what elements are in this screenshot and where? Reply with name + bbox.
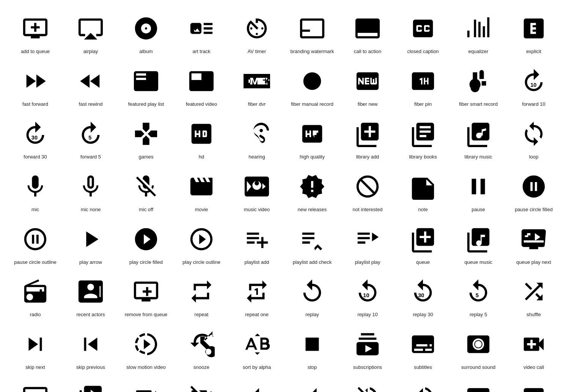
icon-cell-library-add: library add [340, 113, 395, 166]
icon-cell-art-track: art track [174, 8, 229, 60]
skip-previous-icon [74, 327, 108, 361]
fiber-dvr-icon [240, 64, 274, 98]
queue-play-next-icon [517, 222, 551, 256]
pause-circle-outline-icon [18, 222, 52, 256]
high-quality-label: high quality [300, 154, 325, 160]
icon-cell-mic-off: mic off [118, 166, 174, 218]
art-track-label: art track [193, 49, 211, 55]
volume-up-icon [406, 380, 440, 392]
icon-cell-remove-from-queue: remove from queue [118, 271, 174, 323]
featured-play-list-icon [129, 64, 163, 98]
playlist-add-label: playlist add [244, 259, 269, 266]
surround-sound-icon [461, 327, 495, 361]
replay-5-label: replay 5 [470, 312, 487, 318]
icon-cell-recent-actors: recent actors [63, 271, 118, 323]
slow-motion-video-icon [129, 327, 163, 361]
icon-cell-shuffle: shuffle [506, 271, 561, 323]
videocam-off-icon [184, 380, 218, 392]
recent-actors-icon [74, 274, 108, 309]
icon-cell-mic: mic [8, 166, 63, 218]
add-to-queue-label: add to queue [21, 49, 50, 55]
icon-cell-repeat-one: repeat one [229, 271, 284, 323]
stop-icon [295, 327, 329, 361]
fast-forward-label: fast forward [22, 101, 48, 108]
svg-point-0 [303, 72, 321, 90]
remove-from-queue-label: remove from queue [125, 312, 168, 318]
icon-cell-play-arrow: play arrow [63, 218, 118, 271]
icon-cell-forward-30: 30 forward 30 [8, 113, 63, 166]
icon-cell-fast-forward: fast forward [8, 60, 63, 113]
library-books-icon [406, 117, 440, 151]
play-circle-filled-label: play circle filled [129, 259, 163, 266]
svg-point-4 [259, 129, 263, 132]
not-interested-label: not interested [353, 207, 383, 213]
icon-cell-pause-circle-filled: pause circle filled [506, 166, 561, 218]
add-to-queue-icon [18, 11, 52, 45]
pause-icon [461, 169, 495, 204]
music-video-label: music video [244, 207, 270, 213]
new-releases-icon [295, 169, 329, 204]
svg-text:10: 10 [530, 82, 536, 88]
av-timer-label: AV timer [248, 49, 266, 55]
icon-cell-play-circle-outline: play circle outline [174, 218, 229, 271]
queue-music-icon [461, 222, 495, 256]
call-to-action-label: call to action [354, 49, 381, 55]
icon-cell-loop: loop [506, 113, 561, 166]
pause-circle-filled-icon [517, 169, 551, 204]
album-label: album [139, 49, 152, 55]
featured-video-label: featured video [186, 101, 217, 108]
icon-cell-closed-caption: closed caption [395, 8, 451, 60]
equalizer-icon [461, 11, 495, 45]
svg-text:5: 5 [88, 134, 91, 140]
queue-icon [406, 222, 440, 256]
icon-cell-movie: movie [174, 166, 229, 218]
icon-cell-pause-circle-outline: pause circle outline [8, 218, 63, 271]
icon-cell-explicit: explicit [506, 8, 561, 60]
closed-caption-label: closed caption [407, 49, 439, 55]
slow-motion-video-label: slow motion video [126, 364, 165, 371]
queue-label: queue [416, 259, 430, 266]
videocam-icon [129, 380, 163, 392]
icon-cell-radio: radio [8, 271, 63, 323]
loop-label: loop [529, 154, 539, 160]
icon-cell-volume-up: volume up [395, 376, 451, 392]
icon-cell-videocam-off: videocam off [174, 376, 229, 392]
icon-cell-library-music: library music [451, 113, 506, 166]
explicit-label: explicit [526, 49, 541, 55]
library-add-icon [351, 117, 385, 151]
icon-cell-repeat: repeat [174, 271, 229, 323]
volume-down-icon [240, 380, 274, 392]
snooze-icon [184, 327, 218, 361]
hearing-icon [240, 117, 274, 151]
games-icon [129, 117, 163, 151]
airplay-label: airplay [83, 49, 98, 55]
not-interested-icon [351, 169, 385, 204]
shuffle-icon [517, 274, 551, 309]
icon-cell-note: note [395, 166, 451, 218]
call-to-action-icon [351, 11, 385, 45]
note-label: note [418, 207, 428, 213]
icon-cell-stop: stop [284, 323, 340, 376]
play-arrow-icon [74, 222, 108, 256]
branding-watermark-label: branding watermark [291, 49, 334, 55]
art-track-icon [184, 11, 218, 45]
library-music-icon [461, 117, 495, 151]
mic-icon [18, 169, 52, 204]
fiber-smart-record-icon [461, 64, 495, 98]
fiber-pin-icon [406, 64, 440, 98]
fast-rewind-icon [74, 64, 108, 98]
icon-cell-add-to-queue: add to queue [8, 8, 63, 60]
icon-cell-skip-previous: skip previous [63, 323, 118, 376]
skip-previous-label: skip previous [76, 364, 105, 371]
icon-cell-snooze: snooze [174, 323, 229, 376]
icon-cell-pause: pause [451, 166, 506, 218]
icon-cell-playlist-add-check: playlist add check [284, 218, 340, 271]
mic-none-icon [74, 169, 108, 204]
play-circle-outline-label: play circle outline [182, 259, 220, 266]
icon-cell-mic-none: mic none [63, 166, 118, 218]
svg-text:30: 30 [418, 292, 424, 298]
branding-watermark-icon [295, 11, 329, 45]
movie-icon [184, 169, 218, 204]
playlist-add-icon [240, 222, 274, 256]
icon-cell-play-circle-filled: play circle filled [118, 218, 174, 271]
